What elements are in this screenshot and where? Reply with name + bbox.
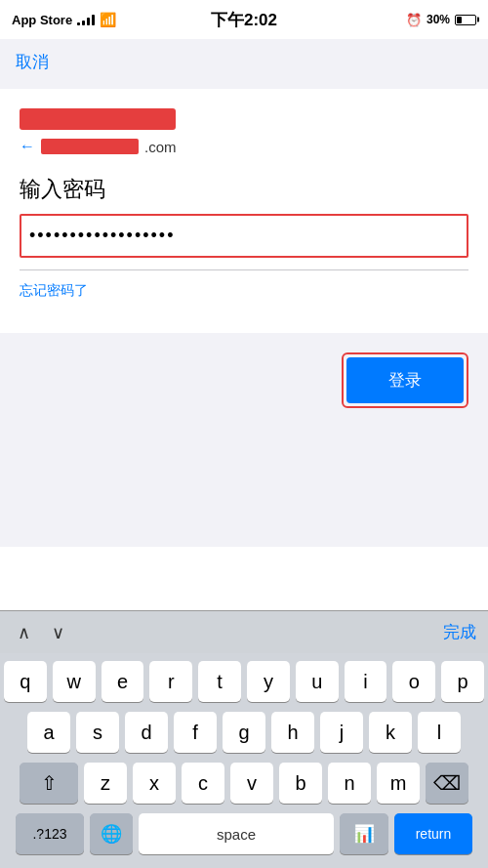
status-right: ⏰ 30% [406,13,476,27]
status-bar: App Store 📶 下午2:02 ⏰ 30% [0,0,488,39]
key-q[interactable]: q [4,661,47,702]
emoji-key[interactable]: 🌐 [90,813,133,854]
field-underline [20,269,468,270]
password-input[interactable] [21,216,467,256]
key-y[interactable]: y [247,661,290,702]
key-f[interactable]: f [174,712,217,753]
main-content: 取消 ← .com 输入密码 忘记密码了 登录 [0,39,488,547]
email-suffix: .com [144,139,177,155]
nav-bar: 取消 [0,39,488,89]
key-x[interactable]: x [133,763,176,804]
key-i[interactable]: i [345,661,387,702]
key-g[interactable]: g [223,712,265,753]
key-a[interactable]: a [27,712,70,753]
toolbar-arrows: ∧ ∨ [12,618,70,647]
key-u[interactable]: u [296,661,339,702]
alarm-icon: ⏰ [406,13,422,27]
key-s[interactable]: s [76,712,119,753]
login-button[interactable]: 登录 [346,357,464,403]
keyboard-row-2: a s d f g h j k l [4,712,484,753]
login-btn-area: 登录 [0,333,488,428]
key-h[interactable]: h [271,712,314,753]
key-l[interactable]: l [418,712,461,753]
key-m[interactable]: m [377,763,420,804]
key-d[interactable]: d [125,712,168,753]
login-btn-wrapper: 登录 [342,352,468,408]
key-e[interactable]: e [102,661,144,702]
delete-key[interactable]: ⌫ [426,763,468,804]
keyboard-row-4: .?123 🌐 space 📊 return [4,813,484,854]
next-field-button[interactable]: ∨ [46,618,70,647]
form-card: ← .com 输入密码 忘记密码了 [0,89,488,333]
key-r[interactable]: r [149,661,192,702]
keyboard-toolbar: ∧ ∨ 完成 [0,610,488,653]
wifi-icon: 📶 [100,12,116,27]
app-store-label: App Store [12,13,72,27]
key-k[interactable]: k [369,712,412,753]
keyboard-row-3: ⇧ z x c v b n m ⌫ [4,763,484,804]
keyboard-keys: q w e r t y u i o p a s d f g h j k l ⇧ … [0,653,488,868]
battery-icon [455,15,476,25]
cancel-button[interactable]: 取消 [16,47,49,77]
key-p[interactable]: p [441,661,484,702]
key-w[interactable]: w [53,661,96,702]
cn-input-key[interactable]: 📊 [340,813,388,854]
email-redacted [41,139,139,154]
signal-icon [77,14,95,25]
status-left: App Store 📶 [12,12,116,27]
key-z[interactable]: z [84,763,127,804]
key-n[interactable]: n [328,763,371,804]
numbers-key[interactable]: .?123 [16,813,84,854]
key-j[interactable]: j [320,712,363,753]
keyboard-row-1: q w e r t y u i o p [4,661,484,702]
key-o[interactable]: o [392,661,435,702]
keyboard-done-button[interactable]: 完成 [443,621,476,643]
key-c[interactable]: c [182,763,224,804]
email-row: ← .com [20,138,468,155]
space-key[interactable]: space [139,813,334,854]
password-field-wrapper[interactable] [20,214,468,258]
key-t[interactable]: t [198,661,241,702]
back-arrow-icon: ← [20,138,35,155]
time-display: 下午2:02 [211,9,277,31]
shift-key[interactable]: ⇧ [20,763,78,804]
key-b[interactable]: b [279,763,322,804]
return-key[interactable]: return [394,813,472,854]
key-v[interactable]: v [230,763,273,804]
username-redacted [20,108,176,130]
forgot-password-button[interactable]: 忘记密码了 [20,278,88,304]
password-label: 输入密码 [20,175,468,204]
prev-field-button[interactable]: ∧ [12,618,36,647]
keyboard-area: ∧ ∨ 完成 q w e r t y u i o p a s d f g h j [0,610,488,868]
battery-percent: 30% [427,13,450,26]
